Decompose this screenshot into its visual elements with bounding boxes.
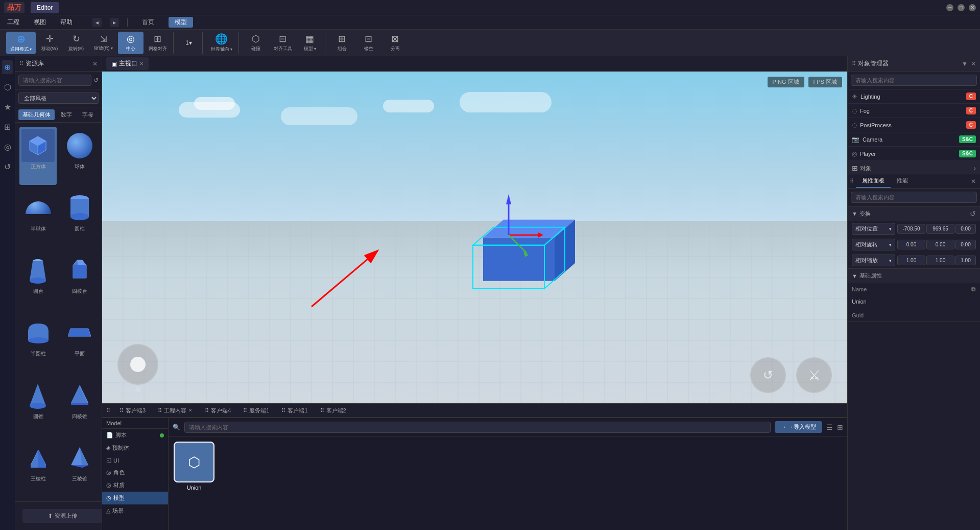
model-search-input[interactable] [184,422,771,433]
import-model-button[interactable]: → →导入模型 [775,421,822,433]
style-filter-select[interactable]: 全部风格 [18,93,99,104]
joystick-left[interactable]: 石 [117,344,158,393]
object-fog[interactable]: ◌ Fog C [848,104,980,118]
asset-search-input[interactable] [18,75,91,86]
left-icon-grid[interactable]: ⊞ [2,120,13,134]
tree-item-material[interactable]: ◎ 材质 [102,479,168,492]
union-model-item[interactable]: ⬡ Union [174,442,214,491]
tab-performance[interactable]: 性能 [891,174,914,188]
object-postprocess[interactable]: ◌ PostProcess C [848,118,980,132]
object-lighting[interactable]: ☀ Lighting C [848,89,980,104]
relative-pos-dropdown[interactable]: 相对位置 ▾ [852,223,895,235]
pos-x-input[interactable] [897,224,925,234]
tab-project-close[interactable]: ✕ [188,408,193,413]
asset-item-cylinder[interactable]: 圆柱 [61,189,98,247]
tool-collision[interactable]: ⬡ 碰撞 [243,32,269,54]
asset-item-cube[interactable]: 正方体 [19,127,57,185]
asset-item-halfcylinder[interactable]: 半圆柱 [19,314,57,372]
menu-help[interactable]: 帮助 [57,17,76,28]
tool-center[interactable]: ◎ 中心 [118,32,144,54]
object-section-header[interactable]: ⊞ 对象 › [848,161,980,174]
pos-y-input[interactable] [926,224,954,234]
relative-scale-dropdown[interactable]: 相对缩放 ▾ [852,255,895,266]
nav-back-button[interactable]: ◂ [92,18,102,27]
tree-item-scene[interactable]: △ 场景 [102,504,168,517]
transform-reset-icon[interactable]: ↺ [970,210,976,218]
nav-forward-button[interactable]: ▸ [110,18,119,27]
movement-joystick[interactable] [117,344,158,385]
tool-general-mode[interactable]: ⊕ 通用模式▾ [6,32,36,54]
asset-item-cone[interactable]: 圆锥 [19,377,57,435]
name-copy-icon[interactable]: ⧉ [971,286,976,293]
asset-item-plane[interactable]: 平面 [61,314,98,372]
pos-z-input[interactable] [955,224,976,234]
relative-rot-dropdown[interactable]: 相对旋转 ▾ [852,239,895,250]
close-button[interactable]: ✕ [969,4,976,11]
asset-item-frustum[interactable]: 四棱台 [61,251,98,310]
transform-section-header[interactable]: ▼ 变换 ↺ [848,206,980,221]
upload-button[interactable]: ⬆ 资源上传 [22,509,102,523]
tab-numbers[interactable]: 数字 [57,109,76,120]
bottom-tab-client3[interactable]: ⠿ 客户端3 [114,405,151,416]
tab-basic-geo[interactable]: 基础几何体 [18,109,55,120]
tool-move[interactable]: ✛ 移动(W) [37,32,62,54]
view-grid-icon[interactable]: ⊞ [837,423,843,431]
tab-model[interactable]: 模型 [169,17,193,28]
bottom-tab-client4[interactable]: ⠿ 客户端4 [200,405,236,416]
tool-scale[interactable]: ⇲ 缩放(R)▾ [90,32,117,54]
search-refresh-icon[interactable]: ↺ [93,77,99,84]
left-icon-history[interactable]: ↺ [2,160,13,174]
tab-letters[interactable]: 字母 [78,109,98,120]
tab-home[interactable]: 首页 [136,17,160,28]
bottom-tab-project[interactable]: ⠿ 工程内容 ✕ [153,405,198,416]
tab-properties[interactable]: 属性面板 [856,174,891,188]
tool-combine[interactable]: ⊞ 组合 [329,32,355,54]
tool-num[interactable]: 1▾ [180,32,198,54]
left-icon-star[interactable]: ★ [2,100,13,114]
rot-y-input[interactable] [926,240,954,249]
tool-hollow[interactable]: ⊟ 镂空 [356,32,381,54]
asset-item-prism[interactable]: 三棱柱 [19,439,57,497]
basic-props-header[interactable]: ▼ 基础属性 [848,269,980,283]
union-model-icon[interactable]: ⬡ [174,442,214,482]
action-control[interactable]: ⚔ [796,357,832,393]
scale-x-input[interactable] [897,256,925,265]
tool-separate[interactable]: ⊠ 分离 [383,32,408,54]
editor-tab[interactable]: Editor [31,2,59,13]
tree-item-ui[interactable]: ◱ UI [102,454,168,466]
tree-item-model[interactable]: ◎ 模型 [102,492,168,504]
scale-z-input[interactable] [955,256,976,265]
tree-item-character[interactable]: ◎ 角色 [102,466,168,479]
left-icon-add[interactable]: ⊕ [2,60,13,74]
rot-z-input[interactable] [955,240,976,249]
asset-item-truncatedcone[interactable]: 圆台 [19,251,57,310]
asset-item-pyramid[interactable]: 四棱锥 [61,377,98,435]
props-panel-close[interactable]: ✕ [967,178,980,185]
asset-item-halfsphere[interactable]: 半球体 [19,189,57,247]
viewport-close-btn[interactable]: ✕ [139,61,144,66]
view-list-icon[interactable]: ☰ [826,423,833,431]
tool-world-axis[interactable]: 🌐 世界轴向▾ [207,32,236,54]
asset-library-close[interactable]: ✕ [92,60,98,67]
left-icon-circle[interactable]: ◎ [2,140,13,154]
tree-item-script[interactable]: 📄 脚本 [102,429,168,442]
bottom-tab-client1[interactable]: ⠿ 客户端1 [276,405,313,416]
viewport-tab-main[interactable]: ▣ 主视口 ✕ [106,57,149,70]
refresh-control[interactable]: ↺ [750,357,786,393]
props-search-input[interactable] [851,192,977,203]
tool-grid-align[interactable]: ⊞ 网格对齐 [145,32,171,54]
tool-rotate[interactable]: ↻ 旋转(E) [63,32,89,54]
left-icon-shapes[interactable]: ⬡ [2,80,13,94]
tool-model-toggle[interactable]: ▦ 模型▾ [297,32,323,54]
object-manager-search-input[interactable] [851,75,977,86]
bottom-tab-server1[interactable]: ⠿ 服务端1 [238,405,274,416]
maximize-button[interactable]: □ [958,4,965,11]
menu-view[interactable]: 视图 [31,17,49,28]
asset-item-sphere[interactable]: 球体 [61,127,98,185]
tree-item-prefab[interactable]: ◈ 预制体 [102,442,168,454]
asset-item-tetrahedron[interactable]: 三棱锥 [61,439,98,497]
object-camera[interactable]: 📷 Camera S&C [848,132,980,147]
object-manager-close[interactable]: ✕ [971,60,976,67]
viewport-canvas[interactable]: PING 区域 FPS 区域 石 ↺ ⚔ [102,72,847,403]
section-expand-icon[interactable]: › [973,164,976,172]
